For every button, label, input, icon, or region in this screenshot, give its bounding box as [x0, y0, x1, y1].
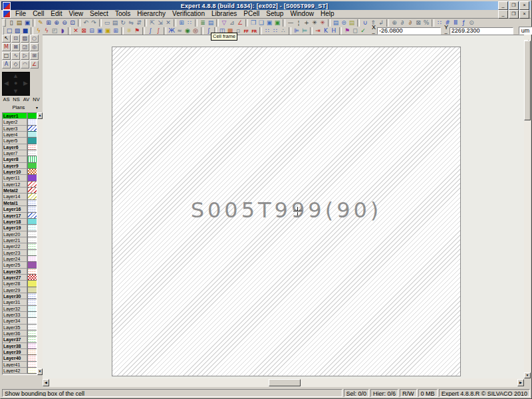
layer-tab-av[interactable]: AV — [21, 96, 31, 103]
blob-icon[interactable]: ◗ — [59, 27, 66, 35]
layer-row-layer23[interactable]: Layer23 — [3, 250, 37, 256]
layer-swatch[interactable] — [27, 132, 37, 138]
layer-row-layer18[interactable]: Layer18 — [3, 219, 37, 225]
layer-tab-ns[interactable]: NS — [11, 96, 21, 103]
layer-row-layer29[interactable]: Layer29 — [3, 287, 37, 293]
menu-help[interactable]: Help — [317, 10, 338, 18]
layer-swatch[interactable] — [27, 336, 37, 342]
layer-tab-nv[interactable]: NV — [31, 96, 41, 103]
layer-row-layer8[interactable]: Layer8 — [3, 156, 37, 162]
layer-row-layer4[interactable]: Layer4 — [3, 132, 37, 138]
pick-tool[interactable]: ⊡ — [11, 35, 20, 43]
net-list-icon[interactable]: ▤ — [332, 19, 340, 27]
child-restore-button[interactable]: ❐ — [509, 10, 519, 19]
layer-swatch[interactable] — [27, 150, 37, 156]
save-cell-icon[interactable]: ▣ — [23, 19, 31, 27]
drc-check-icon[interactable]: ▽ — [220, 19, 228, 27]
minimize-button[interactable]: _ — [498, 1, 508, 10]
menu-hierarchy[interactable]: Hierarchy — [134, 10, 169, 18]
overview-window-icon[interactable]: ▣ — [273, 19, 281, 27]
plans-combobox[interactable]: Plans ▾ — [1, 104, 41, 111]
layer-row-layer17[interactable]: Layer17 — [3, 213, 37, 219]
layer-row-layer11[interactable]: Layer11 — [3, 175, 37, 181]
arc-tool[interactable]: ◠ — [21, 61, 29, 68]
layer-swatch[interactable] — [27, 138, 37, 144]
layer-swatch[interactable] — [27, 194, 37, 200]
text-tool[interactable]: A — [2, 61, 11, 68]
layer-row-layer32[interactable]: Layer32 — [3, 306, 37, 312]
new-window-icon[interactable]: ❒ — [249, 19, 257, 27]
menu-cell[interactable]: Cell — [29, 10, 47, 18]
spline-red-icon[interactable]: ∫ — [154, 27, 162, 35]
merge-icon[interactable]: ⊟ — [88, 27, 96, 35]
layer-swatch[interactable] — [27, 163, 37, 169]
layer-row-layer1[interactable]: Layer1 — [3, 113, 37, 119]
layer-row-layer12[interactable]: Layer12 — [3, 182, 37, 188]
scroll-left-icon[interactable]: ◀ — [43, 379, 49, 386]
lasso-tool[interactable]: ○ — [30, 35, 39, 43]
layer-row-layer42[interactable]: Layer42 — [3, 368, 37, 374]
net-probe-icon[interactable]: ⊜ — [340, 19, 348, 27]
layer-swatch[interactable] — [27, 343, 37, 349]
spline-blue-icon[interactable]: ∫ — [146, 27, 154, 35]
menu-file[interactable]: File — [12, 10, 29, 18]
ruler-tool[interactable]: ∠ — [30, 61, 39, 68]
layer-row-layer9[interactable]: Layer9 — [3, 163, 37, 169]
layer-row-layer30[interactable]: Layer30 — [3, 293, 37, 299]
horizontal-scrollbar[interactable]: ◀ ▶ — [43, 378, 524, 387]
menu-pcell[interactable]: PCell — [240, 10, 263, 18]
drc-region-icon[interactable]: ⊿ — [228, 19, 236, 27]
dot-grid3-icon[interactable]: ∴ — [279, 27, 287, 35]
layout-canvas[interactable]: S005T999(90) — [43, 35, 524, 378]
zoom-window-icon[interactable]: ⊡ — [68, 19, 76, 27]
layer-swatch[interactable] — [27, 293, 37, 299]
measure-tool[interactable]: M — [2, 43, 11, 51]
child-close-button[interactable]: × — [519, 10, 529, 19]
menu-tools[interactable]: Tools — [112, 10, 134, 18]
pan-down-icon[interactable]: ▼ — [13, 88, 19, 94]
grid-icon[interactable]: ⊞ — [178, 19, 186, 27]
layer-swatch[interactable] — [27, 213, 37, 219]
dup-window-icon[interactable]: ❏ — [257, 19, 265, 27]
layer-swatch[interactable] — [27, 156, 37, 162]
layer-list-scrollbar[interactable]: ▲ ▼ — [37, 112, 43, 375]
apply-check-icon[interactable]: ✓ — [359, 27, 367, 35]
scroll-up-icon[interactable]: ▲ — [37, 112, 43, 119]
layer-swatch[interactable] — [27, 355, 37, 361]
dot-grid1-icon[interactable]: ∷ — [263, 27, 271, 35]
layer-row-layer10[interactable]: Layer10 — [3, 169, 37, 175]
redo-icon[interactable]: ↷ — [90, 19, 98, 27]
layer-swatch[interactable] — [27, 175, 37, 181]
select-tool[interactable]: ↖ — [2, 35, 11, 43]
stretch-icon[interactable]: ⇲ — [156, 19, 164, 27]
layer-swatch[interactable] — [27, 275, 37, 281]
layer-row-layer14[interactable]: Layer14 — [3, 194, 37, 200]
cursor-cross-icon[interactable]: + — [303, 19, 311, 27]
cursor-star-red-icon[interactable]: ✳ — [319, 19, 327, 27]
yellow-box-icon[interactable]: ▣ — [104, 27, 112, 35]
delete-icon[interactable]: ✕ — [164, 19, 172, 27]
layer-row-layer24[interactable]: Layer24 — [3, 256, 37, 262]
layer-swatch[interactable] — [27, 349, 37, 355]
box-tool[interactable]: □ — [2, 52, 11, 60]
layer-row-layer21[interactable]: Layer21 — [3, 237, 37, 243]
toolbar-grip[interactable] — [3, 19, 6, 27]
mirror-icon[interactable]: ⇋ — [127, 19, 135, 27]
snap-grid-icon[interactable]: ∷ — [186, 19, 194, 27]
delete-box-icon[interactable]: ⊠ — [80, 27, 88, 35]
layer-swatch[interactable] — [27, 231, 37, 237]
layer-row-layer27[interactable]: Layer27 — [3, 275, 37, 281]
dot-grid2-icon[interactable]: ∷ — [271, 27, 279, 35]
layer-swatch[interactable] — [27, 182, 37, 188]
scroll-down-icon[interactable]: ▼ — [524, 372, 531, 378]
layer-swatch[interactable] — [27, 269, 37, 275]
layer-row-layer20[interactable]: Layer20 — [3, 231, 37, 237]
layer-swatch[interactable] — [27, 325, 37, 331]
vertical-scroll-thumb[interactable] — [524, 41, 531, 120]
view3d-icon[interactable]: Ж — [168, 27, 176, 35]
paste-icon[interactable]: ▤ — [111, 19, 119, 27]
undo-icon[interactable]: ↶ — [82, 19, 90, 27]
layer-swatch[interactable] — [27, 188, 37, 194]
layer-row-layer26[interactable]: Layer26 — [3, 269, 37, 275]
rotate-icon[interactable]: ↻ — [119, 19, 127, 27]
